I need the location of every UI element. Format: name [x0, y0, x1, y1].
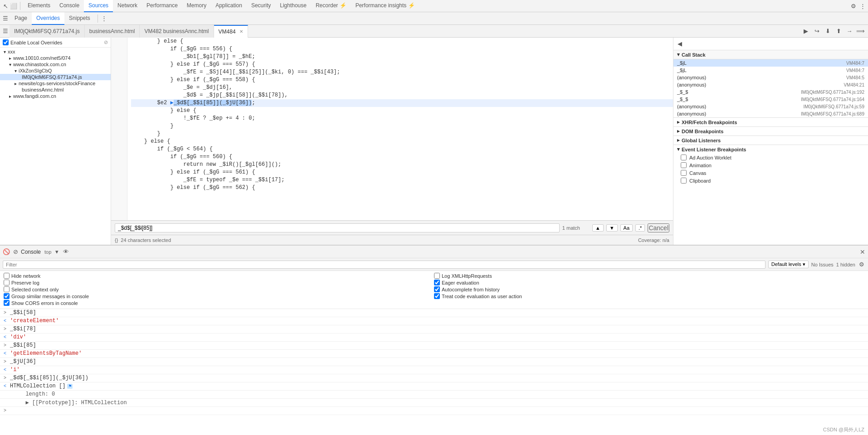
tree-item-www-fangdi-com-cn[interactable]: ▸ www.fangdi.com.cn	[0, 93, 111, 99]
code-line[interactable]: if (_$gG < 564) {	[131, 145, 673, 153]
breakpoint-item[interactable]: Canvas	[673, 169, 868, 177]
settings-icon[interactable]: ⚙	[850, 2, 857, 10]
inspect-icon[interactable]: ↖	[2, 2, 9, 10]
log-line[interactable]: <'i'	[0, 366, 868, 374]
breakpoint-section-header[interactable]: ▸XHR/Fetch Breakpoints	[673, 117, 868, 126]
more-icon[interactable]: ⋮	[859, 2, 866, 10]
overrides-clear-icon[interactable]: ⊘	[104, 39, 108, 45]
console-option-log-xmlhttprequests[interactable]: Log XMLHttpRequests	[434, 273, 853, 279]
console-option-eager-evaluation[interactable]: Eager evaluation	[434, 280, 853, 285]
find-aa-button[interactable]: Aa	[620, 224, 633, 232]
tab-lighthouse[interactable]: Lighthouse	[275, 0, 311, 12]
option-checkbox[interactable]	[4, 293, 10, 299]
console-clear-icon[interactable]: 🚫	[3, 248, 10, 256]
console-option-treat-code-evaluation-as-user-action[interactable]: Treat code evaluation as user action	[434, 293, 853, 299]
code-line[interactable]: } else {	[131, 38, 673, 45]
call-stack-item[interactable]: _$_$IM0jQktM6FSQ.6771a74.js:192	[673, 88, 868, 96]
option-checkbox[interactable]	[4, 286, 10, 292]
console-option-preserve-log[interactable]: Preserve log	[4, 280, 423, 285]
code-line[interactable]: return new _$iR()[_$gl[66]]();	[131, 161, 673, 169]
subtab-snippets[interactable]: Snippets	[64, 12, 95, 25]
code-line[interactable]: !_$fE ? _$ep += 4 : 0;	[131, 115, 673, 122]
more-tabs-icon[interactable]: ⋮	[101, 15, 108, 22]
breakpoint-checkbox[interactable]	[681, 162, 687, 168]
pause-icon[interactable]: ▶	[802, 27, 810, 35]
log-line[interactable]: >_$$i[58]	[0, 309, 868, 317]
code-line[interactable]: } else if (_$gG === 562) {	[131, 184, 673, 192]
code-line[interactable]: } else if (_$gG === 558) {	[131, 76, 673, 84]
step-into-icon[interactable]: ⬇	[824, 27, 832, 35]
log-line[interactable]: >	[0, 407, 868, 415]
log-line[interactable]: <'div'	[0, 334, 868, 342]
code-line[interactable]: if (_$gG === 556) {	[131, 45, 673, 53]
call-stack-item[interactable]: (anonymous)IM0jQktM6FSQ.6771a74.js:689	[673, 110, 868, 117]
tab-elements[interactable]: Elements	[23, 0, 55, 12]
call-stack-item[interactable]: (anonymous)VM484:5	[673, 74, 868, 81]
code-line[interactable]: _$b1[_$gl[78]] = _$hE;	[131, 53, 673, 61]
code-line[interactable]: if (_$gG === 560) {	[131, 153, 673, 161]
tab-console[interactable]: Console	[55, 0, 84, 12]
log-line[interactable]: >_$d$[_$$i[85]](_$jU[36])	[0, 374, 868, 382]
tree-item-im0jqktm6fsq-6771a74-js[interactable]: IM0jQktM6FSQ.6771a74.js	[0, 74, 111, 80]
option-checkbox[interactable]	[4, 300, 10, 306]
tree-item-www-chinastock-com-cn[interactable]: ▾ www.chinastock.com.cn	[0, 61, 111, 68]
console-option-hide-network[interactable]: Hide network	[4, 273, 423, 279]
enable-overrides-toggle[interactable]: Enable Local Overrides ⊘	[0, 38, 111, 48]
console-log[interactable]: >_$$i[58]<'createElement'>_$$i[78]<'div'…	[0, 309, 868, 435]
tree-item-businessannc-html[interactable]: businessAnnc.html	[0, 87, 111, 93]
device-icon[interactable]: ⬜	[10, 2, 17, 10]
code-line[interactable]: } else if (_$gG === 561) {	[131, 169, 673, 176]
code-container[interactable]: } else { if (_$gG === 556) { _$b1[_$gl[7…	[111, 38, 673, 220]
log-line[interactable]: ▶ [[Prototype]]: HTMLCollection	[0, 399, 868, 407]
deactivate-breakpoints-icon[interactable]: ⟹	[856, 27, 864, 35]
file-tab-vm484[interactable]: VM484✕	[214, 25, 248, 38]
tab-application[interactable]: Application	[211, 0, 247, 12]
breakpoint-item[interactable]: Clipboard	[673, 177, 868, 184]
code-line[interactable]: _$fE = typeof _$e === _$$i[17];	[131, 176, 673, 184]
console-context-dropdown[interactable]: ▾	[53, 248, 60, 256]
tab-network[interactable]: Network	[113, 0, 142, 12]
breakpoint-item[interactable]: Animation	[673, 161, 868, 169]
code-line[interactable]: _$e = _$dj[16],	[131, 84, 673, 92]
option-checkbox[interactable]	[4, 280, 10, 285]
call-stack-item[interactable]: _$_$IM0jQktM6FSQ.6771a74.js:164	[673, 96, 868, 103]
tab-sources[interactable]: Sources	[84, 0, 113, 12]
option-checkbox[interactable]	[434, 293, 440, 299]
file-tab-businessannc.html[interactable]: businessAnnc.html	[85, 25, 140, 38]
find-input[interactable]: _$d$[_$$i[85]]	[115, 223, 560, 232]
code-line[interactable]: } else {	[131, 138, 673, 145]
subtab-overrides[interactable]: Overrides	[32, 12, 64, 25]
find-prev-button[interactable]: ▲	[592, 224, 604, 232]
tree-item-xxx[interactable]: ▾ xxx	[0, 48, 111, 55]
find-cancel-button[interactable]: Cancel	[648, 223, 669, 232]
tab-performance[interactable]: Performance	[142, 0, 182, 12]
tab-security[interactable]: Security	[247, 0, 275, 12]
tab-performanceinsights⚡[interactable]: Performance insights ⚡	[351, 0, 419, 12]
console-close-button[interactable]: ✕	[860, 248, 865, 256]
log-line[interactable]: <'getElementsByTagName'	[0, 350, 868, 358]
tree-item-www-10010-com-net5-074[interactable]: ▸ www.10010.com/net5/074	[0, 55, 111, 61]
tree-item-ixkzonsigcbq[interactable]: ▾ iXkZonSIgCbQ	[0, 68, 111, 74]
log-line[interactable]: length: 0	[0, 391, 868, 399]
breakpoint-section-header[interactable]: ▸Global Listeners	[673, 135, 868, 145]
step-out-icon[interactable]: ⬆	[834, 27, 843, 35]
log-line[interactable]: >_$$i[78]	[0, 325, 868, 334]
console-option-group-similar-messages-in-console[interactable]: Group similar messages in console	[4, 293, 423, 299]
console-filter-icon[interactable]: ⊘	[12, 248, 19, 256]
code-line[interactable]: _$fE = _$Sj[44][_$$i[25]](_$ki, 0) === _…	[131, 68, 673, 76]
code-line[interactable]: } else {	[131, 107, 673, 115]
tree-item-newsite-cgs-services-stockfinance[interactable]: ▸ newsite/cgs-services/stockFinance	[0, 80, 111, 87]
code-line[interactable]: }	[131, 130, 673, 138]
code-line[interactable]: _$d$ = _$jp[_$$i[58]](_$$i[78]),	[131, 92, 673, 99]
breakpoint-checkbox[interactable]	[681, 155, 687, 160]
breakpoint-item[interactable]: Ad Auction Worklet	[673, 154, 868, 161]
collapse-right-icon[interactable]: ◀	[676, 40, 683, 48]
call-stack-item[interactable]: _$jLVM484:7	[673, 67, 868, 74]
issues-settings-icon[interactable]: ⚙	[858, 261, 865, 268]
option-checkbox[interactable]	[434, 273, 440, 279]
call-stack-item[interactable]: (anonymous)VM484:21	[673, 81, 868, 88]
log-line[interactable]: <HTMLCollection []⚑	[0, 382, 868, 391]
log-line[interactable]: >_$jU[36]	[0, 358, 868, 366]
option-checkbox[interactable]	[4, 273, 10, 279]
levels-button[interactable]: Default levels ▾	[768, 261, 809, 268]
